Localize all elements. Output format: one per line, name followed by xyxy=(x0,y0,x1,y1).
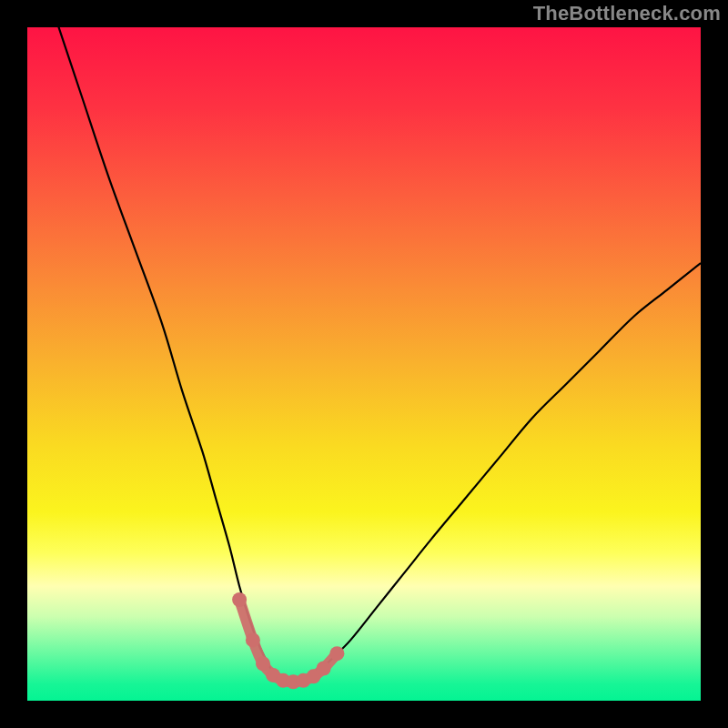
chart-svg xyxy=(27,27,701,701)
marker-point xyxy=(232,592,247,607)
marker-point xyxy=(256,656,270,671)
marker-point xyxy=(317,661,331,675)
marker-point xyxy=(246,632,260,647)
chart-container: TheBottleneck.com xyxy=(0,0,728,728)
watermark-text: TheBottleneck.com xyxy=(533,2,721,25)
gradient-background xyxy=(27,27,701,701)
marker-point xyxy=(329,646,344,661)
plot-area xyxy=(27,27,701,701)
